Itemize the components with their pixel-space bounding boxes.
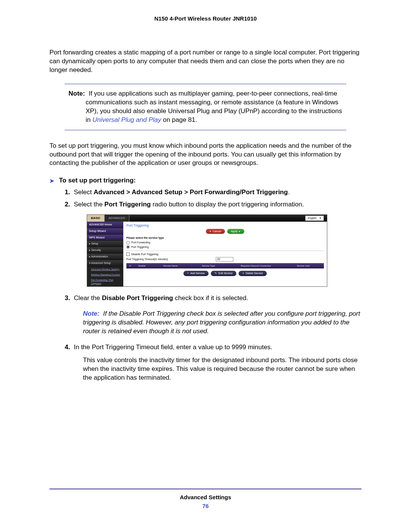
sidebar-item-admin[interactable]: ▸ Administration [87,254,123,260]
chevron-right-icon: ▸ [239,230,241,233]
page-footer: Advanced Settings 76 [49,489,362,509]
note-box-1: Note: If you use applications such as mu… [65,84,346,130]
radio-port-forwarding[interactable]: Port Forwarding [126,241,324,244]
step-2: 2. Select the Port Triggering radio butt… [65,200,362,287]
edit-service-button[interactable]: ✎Edit Service [211,271,236,276]
task-heading: ➤ To set up port triggering: [49,177,362,185]
task-heading-text: To set up port triggering: [59,177,136,184]
service-type-label: Please select the service type [126,236,324,240]
pencil-icon: ✎ [215,272,217,275]
sidebar-item-setup-wizard[interactable]: Setup Wizard [87,228,123,235]
router-screenshot: BASIC ADVANCED English▾ ADVANCED Home Se… [87,214,327,287]
paragraph-2: To set up port triggering, you must know… [49,142,362,168]
inline-note: Note: If the Disable Port Triggering che… [83,310,362,336]
radio-port-triggering[interactable]: Port Triggering [126,245,324,249]
link-upnp[interactable]: Universal Plug and Play [92,116,161,123]
chevron-down-icon: ▾ [320,216,321,220]
timeout-label: Port Triggering Timeout(in minutes) [126,257,168,261]
add-service-button[interactable]: +Add Service [183,271,209,276]
sidebar-sub-port[interactable]: Port Forwarding / Port Triggering [87,277,123,286]
plus-icon: + [187,272,189,275]
arrow-icon: ➤ [49,177,54,185]
sidebar-item-home[interactable]: ADVANCED Home [87,222,123,228]
tab-advanced[interactable]: ADVANCED [105,215,129,222]
sidebar: ADVANCED Home Setup Wizard WPS Wizard ▸ … [87,222,123,286]
step-4: 4. In the Port Triggering Timeout field,… [65,343,362,383]
cancel-button[interactable]: ×Cancel [206,229,225,234]
sidebar-item-setup[interactable]: ▸ Setup [87,241,123,247]
step-4-detail: This value controls the inactivity timer… [83,356,362,382]
tab-basic[interactable]: BASIC [87,215,105,222]
panel-title: Port Triggering [126,223,324,228]
language-select[interactable]: English▾ [305,216,324,221]
sidebar-item-wps[interactable]: WPS Wizard [87,235,123,241]
disable-checkbox[interactable]: Disable Port Triggering [126,252,324,256]
timeout-input[interactable] [216,257,233,262]
document-header: N150 4-Port Wireless Router JNR1010 [49,15,362,22]
table-header: # Enable Service Name Service Type Requi… [126,263,324,268]
sidebar-item-security[interactable]: ▸ Security [87,247,123,254]
sidebar-sub-wireless[interactable]: Advanced Wireless Settings [87,267,123,272]
step-1: 1. Select Advanced > Advanced Setup > Po… [65,188,362,197]
sidebar-sub-repeating[interactable]: Wireless Repeating Function [87,272,123,277]
note-label: Note: [68,90,85,97]
apply-button[interactable]: Apply▸ [227,229,245,234]
delete-service-button[interactable]: ×Delete Service [239,271,267,276]
close-icon: × [210,230,211,233]
sidebar-item-adv-setup[interactable]: ▾ Advanced Setup [87,260,123,267]
intro-paragraph: Port forwarding creates a static mapping… [49,48,362,75]
note-text-b: on page 81. [161,116,197,123]
step-3: 3. Clear the Disable Port Triggering che… [65,294,362,336]
close-icon: × [242,272,244,275]
